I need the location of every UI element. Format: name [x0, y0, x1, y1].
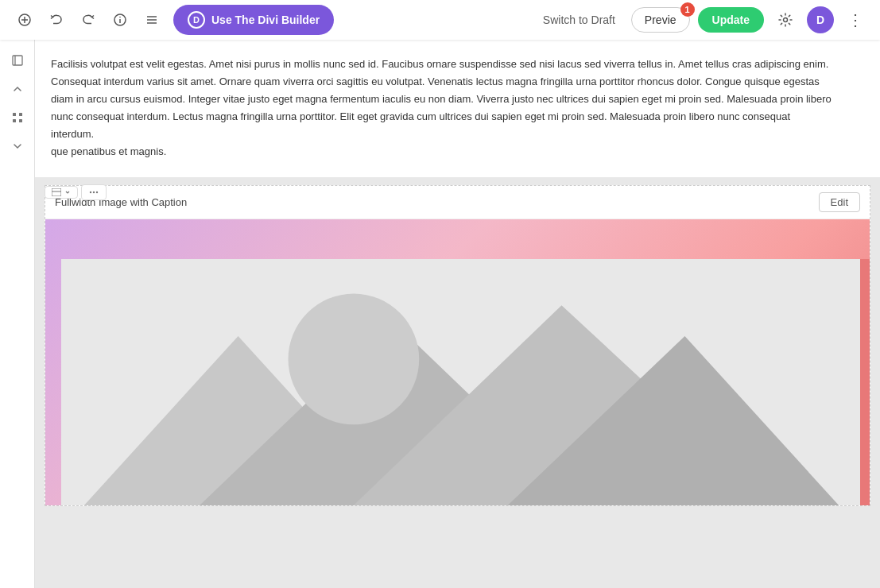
menu-button[interactable] [138, 6, 165, 33]
divi-logo: D [188, 11, 205, 29]
svg-point-19 [93, 191, 95, 192]
module-edit-button[interactable]: Edit [819, 192, 860, 212]
redo-button[interactable] [75, 6, 102, 33]
undo-button[interactable] [43, 6, 70, 33]
svg-rect-15 [19, 119, 22, 122]
svg-point-5 [119, 17, 121, 18]
sidebar-up-button[interactable] [5, 76, 30, 102]
svg-point-9 [784, 18, 788, 22]
main-content: Facilisis volutpat est velit egestas. Am… [0, 40, 880, 588]
page-content-area: Facilisis volutpat est velit egestas. Am… [35, 40, 880, 588]
svg-point-18 [90, 191, 91, 192]
switch-to-draft-button[interactable]: Switch to Draft [535, 9, 623, 31]
svg-point-25 [289, 293, 420, 424]
toolbar-right: Switch to Draft Previe 1 Update D ⋮ [535, 6, 869, 33]
placeholder-svg [61, 259, 862, 505]
fullwidth-image-placeholder [45, 219, 870, 505]
svg-rect-14 [13, 119, 16, 122]
add-button[interactable] [11, 6, 38, 33]
toolbar-left: D Use The Divi Builder [11, 5, 334, 35]
divi-builder-button[interactable]: D Use The Divi Builder [173, 5, 334, 35]
sidebar-grid-button[interactable] [5, 105, 30, 130]
sidebar-down-button[interactable] [5, 133, 30, 159]
module-layout-button[interactable] [45, 186, 78, 199]
text-block: Facilisis volutpat est velit egestas. Am… [35, 40, 880, 177]
sidebar-expand-button[interactable] [5, 48, 30, 73]
svg-rect-10 [13, 56, 22, 65]
module-row: Fullwidth Image with Caption Edit [45, 185, 870, 506]
notification-badge: 1 [680, 2, 695, 17]
svg-rect-12 [13, 113, 16, 116]
module-float-controls [45, 184, 107, 200]
preview-button-wrap: Previe 1 [631, 7, 690, 33]
paragraph-text: Facilisis volutpat est velit egestas. Am… [51, 56, 832, 161]
divi-account-button[interactable]: D [807, 6, 834, 33]
update-button[interactable]: Update [698, 7, 764, 33]
image-placeholder-inner [61, 259, 862, 505]
settings-button[interactable] [772, 6, 799, 33]
more-options-button[interactable]: ⋮ [842, 6, 869, 33]
module-more-button[interactable] [81, 184, 107, 200]
module-content-box: Fullwidth Image with Caption Edit [45, 185, 870, 506]
left-sidebar [0, 40, 35, 588]
svg-point-20 [96, 191, 98, 192]
svg-rect-13 [19, 113, 22, 116]
module-header: Fullwidth Image with Caption Edit [45, 186, 870, 219]
toolbar: D Use The Divi Builder Switch to Draft P… [0, 0, 880, 40]
red-edge-bar [860, 259, 870, 505]
info-button[interactable] [107, 6, 134, 33]
svg-rect-16 [52, 188, 61, 196]
